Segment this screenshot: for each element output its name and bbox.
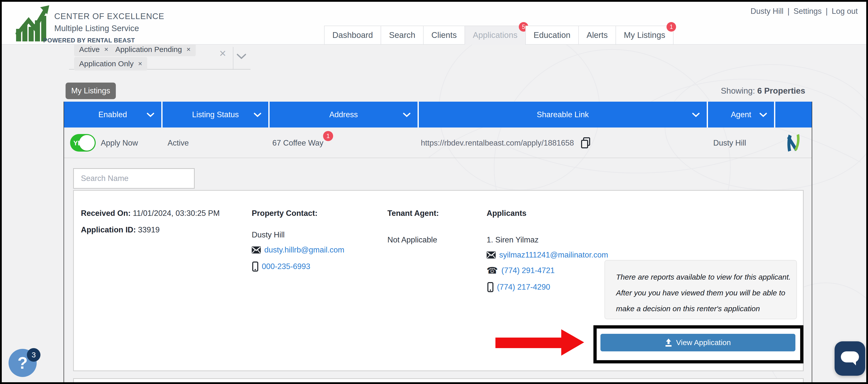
user-menu: Dusty Hill | Settings | Log out xyxy=(751,7,858,16)
chat-bubble-icon xyxy=(840,351,860,366)
received-on-value: 11/01/2024, 03:30:25 PM xyxy=(133,209,220,218)
property-contact-phone-line: 000-235-6993 xyxy=(252,261,310,272)
applicant-email-line: syilmaz111241@mailinator.com xyxy=(487,250,608,259)
my-listings-tab-button[interactable]: My Listings xyxy=(66,82,116,99)
user-name[interactable]: Dusty Hill xyxy=(751,7,783,16)
address-notification-badge: 1 xyxy=(323,131,333,141)
copy-link-icon[interactable] xyxy=(581,137,591,149)
chevron-down-icon xyxy=(403,113,410,117)
column-header-enabled[interactable]: Enabled xyxy=(64,102,161,128)
chip-remove-icon[interactable]: × xyxy=(186,45,190,54)
tab-clients[interactable]: Clients xyxy=(423,26,465,45)
column-header-blank xyxy=(775,102,812,128)
applicant-mobile-line: (774) 217-4290 xyxy=(487,282,550,292)
shareable-link-url: https://rbdev.rentalbeast.com/apply/1881… xyxy=(421,139,574,148)
listings-table-header: Enabled Listing Status Address Shareable… xyxy=(64,102,812,128)
applicant-phone-line: ☎ (774) 291-4721 xyxy=(487,266,555,275)
reports-available-note: There are reports available to view for … xyxy=(604,260,797,319)
mobile-phone-icon xyxy=(487,282,493,292)
view-application-button[interactable]: View Application xyxy=(600,334,796,351)
column-header-address[interactable]: Address xyxy=(270,102,417,128)
filter-chip-label: Application Only xyxy=(79,60,134,68)
applicant-name: 1. Siren Yilmaz xyxy=(487,236,539,244)
tab-alerts[interactable]: Alerts xyxy=(578,26,616,45)
filter-divider xyxy=(233,47,234,69)
applicants-label: Applicants xyxy=(487,209,526,218)
column-header-agent[interactable]: Agent xyxy=(708,102,774,128)
apply-now-toggle[interactable]: YES xyxy=(70,134,96,151)
chip-remove-icon[interactable]: × xyxy=(104,45,108,54)
showing-count: Showing: 6 Properties xyxy=(721,86,805,96)
logo-title: CENTER OF EXCELLENCE xyxy=(54,10,164,22)
chat-button[interactable] xyxy=(835,341,865,376)
apply-now-label: Apply Now xyxy=(101,139,138,148)
filter-chip-application-pending[interactable]: Application Pending × xyxy=(110,43,196,56)
telephone-icon: ☎ xyxy=(487,266,498,275)
received-on-line: Received On: 11/01/2024, 03:30:25 PM xyxy=(81,209,220,218)
applicant-mobile[interactable]: (774) 217-4290 xyxy=(497,283,550,292)
application-card: Received On: 11/01/2024, 03:30:25 PM App… xyxy=(73,190,804,371)
tab-education[interactable]: Education xyxy=(525,26,579,45)
applicant-phone[interactable]: (774) 291-4721 xyxy=(501,266,555,275)
brand-logo: CENTER OF EXCELLENCE Multiple Listing Se… xyxy=(16,5,164,41)
tab-applications[interactable]: Applications 5 xyxy=(465,26,526,45)
annotation-arrow xyxy=(495,329,584,356)
chevron-down-icon xyxy=(692,113,700,117)
application-id-value: 33919 xyxy=(138,225,159,234)
tenant-agent-value: Not Applicable xyxy=(388,236,437,244)
logo-subtitle: Multiple Listing Service xyxy=(54,22,164,34)
tab-dashboard[interactable]: Dashboard xyxy=(324,26,381,45)
search-name-input[interactable] xyxy=(73,168,195,189)
tab-search[interactable]: Search xyxy=(381,26,424,45)
filter-chevron-down-icon[interactable] xyxy=(237,54,246,60)
filter-chip-active[interactable]: Active × xyxy=(74,43,113,56)
property-contact-email[interactable]: dusty.hillrb@gmail.com xyxy=(264,245,344,254)
property-contact-phone[interactable]: 000-235-6993 xyxy=(262,262,310,271)
next-application-card-edge xyxy=(73,378,804,384)
chevron-down-icon xyxy=(254,113,261,117)
top-header: CENTER OF EXCELLENCE Multiple Listing Se… xyxy=(2,2,866,45)
powered-by-label: POWERED BY RENTAL BEAST xyxy=(43,37,135,44)
rental-beast-n-logo xyxy=(786,134,801,152)
showing-count-value: 6 Properties xyxy=(757,86,805,95)
main-nav: Dashboard Search Clients Applications 5 … xyxy=(324,26,674,45)
filter-chip-label: Application Pending xyxy=(115,45,182,54)
help-notification-badge: 3 xyxy=(27,348,40,362)
column-header-shareable-link[interactable]: Shareable Link xyxy=(419,102,707,128)
property-contact-email-line: dusty.hillrb@gmail.com xyxy=(252,245,344,254)
chevron-down-icon xyxy=(760,113,767,117)
agent-name: Dusty Hill xyxy=(713,139,746,148)
listing-address: 67 Coffee Way xyxy=(272,139,323,148)
chip-remove-icon[interactable]: × xyxy=(138,60,142,68)
question-mark-icon: ? xyxy=(18,353,28,373)
applicant-email[interactable]: syilmaz111241@mailinator.com xyxy=(499,250,608,259)
upload-icon xyxy=(665,339,672,347)
menu-separator: | xyxy=(826,7,828,16)
listings-panel: Enabled Listing Status Address Shareable… xyxy=(64,102,812,384)
filter-chip-label: Active xyxy=(79,45,100,54)
chevron-down-icon xyxy=(147,113,154,117)
property-contact-label: Property Contact: xyxy=(252,209,317,218)
annotation-highlight-box: View Application xyxy=(593,325,803,363)
tenant-agent-label: Tenant Agent: xyxy=(388,209,439,218)
mobile-phone-icon xyxy=(252,261,258,272)
toggle-knob xyxy=(79,135,95,150)
property-contact-name: Dusty Hill xyxy=(252,231,285,239)
filter-chip-application-only[interactable]: Application Only × xyxy=(74,57,147,71)
app-window: Status: Active × Application Pending × A… xyxy=(0,0,868,384)
logout-link[interactable]: Log out xyxy=(832,7,858,16)
email-icon xyxy=(487,251,496,258)
settings-link[interactable]: Settings xyxy=(794,7,822,16)
filter-clear-icon[interactable]: × xyxy=(219,47,226,59)
email-icon xyxy=(252,246,261,253)
menu-separator: | xyxy=(787,7,789,16)
my-listings-count-badge: 1 xyxy=(666,22,676,32)
listing-status-value: Active xyxy=(167,139,189,148)
application-id-line: Application ID: 33919 xyxy=(81,225,160,235)
column-header-listing-status[interactable]: Listing Status xyxy=(162,102,268,128)
tab-my-listings[interactable]: My Listings 1 xyxy=(616,26,674,45)
growth-chart-logo-icon xyxy=(16,5,51,41)
listing-row: YES Apply Now Active 67 Coffee Way 1 htt… xyxy=(64,128,812,158)
